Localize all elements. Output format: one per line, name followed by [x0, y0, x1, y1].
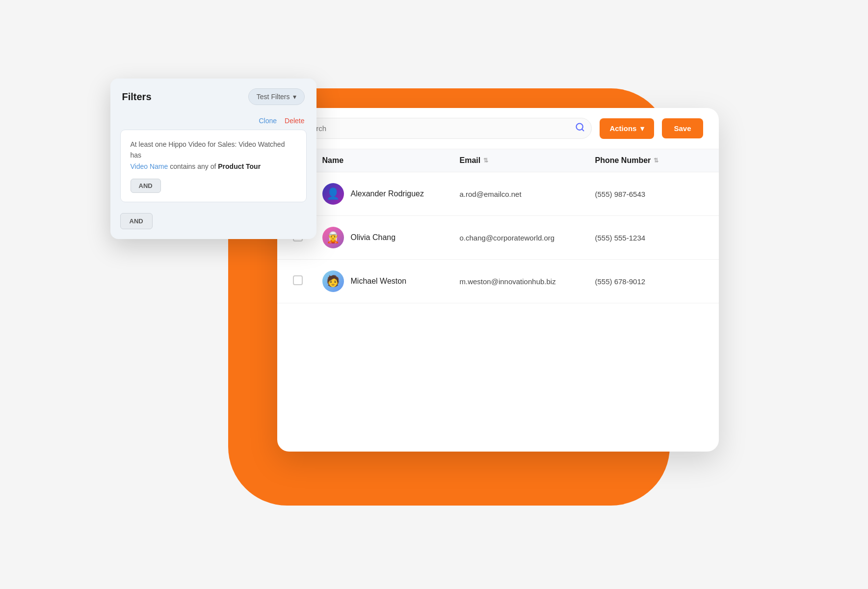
checkbox-cell: [293, 275, 322, 287]
col-header-phone[interactable]: Phone Number ⇅: [595, 156, 703, 165]
test-filters-label: Test Filters: [257, 93, 290, 101]
and-outer-button[interactable]: AND: [120, 213, 153, 229]
col-header-name: Name: [322, 156, 460, 165]
test-filters-button[interactable]: Test Filters ▾: [248, 88, 305, 105]
sort-email-icon: ⇅: [483, 157, 488, 164]
contact-name: Michael Weston: [351, 277, 407, 286]
table-row: Alexander Rodriguez a.rod@emailco.net (5…: [277, 172, 719, 216]
filters-body: Clone Delete At least one Hippo Video fo…: [110, 115, 316, 239]
avatar: [322, 183, 344, 205]
filter-actions-row: Clone Delete: [120, 115, 307, 130]
main-card: Actions ▾ Save Name Email ⇅ Phone Number…: [277, 108, 719, 452]
contact-cell: Olivia Chang: [322, 227, 460, 248]
search-container: [293, 118, 592, 139]
condition-text: At least one Hippo Video for Sales: Vide…: [131, 139, 296, 172]
filters-panel: Filters Test Filters ▾ Clone Delete At l…: [110, 79, 316, 239]
avatar: [322, 270, 344, 292]
table-body: Alexander Rodriguez a.rod@emailco.net (5…: [277, 172, 719, 303]
svg-line-1: [582, 129, 584, 131]
contact-name: Olivia Chang: [351, 233, 396, 242]
condition-link[interactable]: Video Name: [131, 162, 168, 170]
filters-header: Filters Test Filters ▾: [110, 79, 316, 115]
actions-label: Actions: [609, 124, 636, 133]
sort-phone-icon: ⇅: [654, 157, 658, 164]
search-button[interactable]: [575, 122, 585, 134]
delete-link[interactable]: Delete: [285, 117, 304, 125]
search-input[interactable]: [293, 118, 592, 139]
email-cell: m.weston@innovationhub.biz: [460, 277, 595, 286]
table-row: Olivia Chang o.chang@corporateworld.org …: [277, 216, 719, 260]
and-inner-button[interactable]: AND: [131, 179, 161, 193]
contact-cell: Michael Weston: [322, 270, 460, 292]
table-row: Michael Weston m.weston@innovationhub.bi…: [277, 260, 719, 303]
row-checkbox[interactable]: [293, 275, 303, 285]
contact-cell: Alexander Rodriguez: [322, 183, 460, 205]
avatar: [322, 227, 344, 248]
chevron-down-icon: ▾: [293, 93, 296, 101]
phone-cell: (555) 987-6543: [595, 190, 703, 198]
toolbar: Actions ▾ Save: [277, 108, 719, 149]
phone-cell: (555) 678-9012: [595, 277, 703, 286]
filter-condition-box: At least one Hippo Video for Sales: Vide…: [120, 130, 307, 202]
save-button[interactable]: Save: [662, 118, 703, 138]
phone-cell: (555) 555-1234: [595, 234, 703, 242]
chevron-down-icon: ▾: [640, 124, 644, 133]
actions-button[interactable]: Actions ▾: [600, 118, 654, 139]
filters-title: Filters: [122, 91, 152, 103]
clone-link[interactable]: Clone: [259, 117, 277, 125]
email-cell: o.chang@corporateworld.org: [460, 234, 595, 242]
condition-value: Product Tour: [218, 162, 261, 170]
table-header: Name Email ⇅ Phone Number ⇅: [277, 149, 719, 172]
contact-name: Alexander Rodriguez: [351, 189, 424, 198]
email-cell: a.rod@emailco.net: [460, 190, 595, 198]
col-header-email[interactable]: Email ⇅: [460, 156, 595, 165]
